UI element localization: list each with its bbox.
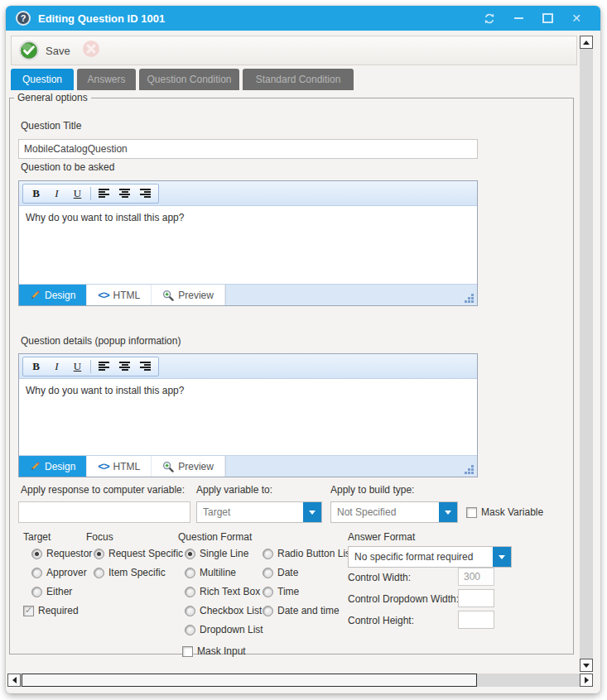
minimize-button[interactable] [513, 12, 524, 24]
radio-label: Time [277, 586, 299, 597]
dropdown-arrow-button[interactable] [303, 502, 321, 522]
radio-rich-text-box[interactable]: Rich Text Box [185, 586, 260, 597]
tab-strip: Question Answers Question Condition Stan… [11, 69, 582, 90]
scroll-left-button[interactable] [7, 674, 21, 687]
apply-response-input[interactable] [18, 501, 190, 523]
radio-icon [185, 568, 195, 578]
preview-tab[interactable]: Preview [152, 285, 225, 305]
question-title-input[interactable] [18, 139, 478, 159]
control-height-input[interactable] [458, 611, 494, 629]
tab-question-condition[interactable]: Question Condition [139, 69, 239, 90]
question-editor-label: Question to be asked [21, 161, 114, 173]
radio-requestor[interactable]: Requestor [31, 548, 92, 559]
radio-label: Date and time [277, 605, 340, 616]
radio-date[interactable]: Date [263, 567, 298, 578]
vertical-scrollbar[interactable] [580, 36, 593, 672]
editor-content[interactable]: Why do you want to install this app? [19, 206, 477, 284]
radio-either[interactable]: Either [31, 586, 72, 597]
titlebar[interactable]: ? Editing Question ID 1001 ✕ [6, 6, 600, 31]
html-tab[interactable]: <> HTML [87, 285, 152, 305]
preview-tab[interactable]: Preview [152, 456, 225, 477]
dropdown-arrow-button[interactable] [493, 547, 511, 567]
refresh-icon[interactable] [484, 12, 495, 24]
radio-icon [94, 549, 104, 559]
radio-approver[interactable]: Approver [31, 567, 87, 578]
align-left-button[interactable] [94, 185, 114, 202]
radio-checkbox-list[interactable]: Checkbox List [185, 605, 262, 616]
radio-multiline[interactable]: Multiline [185, 567, 236, 578]
save-check-icon [18, 40, 40, 61]
horizontal-scroll-thumb[interactable] [22, 674, 477, 687]
radio-single-line[interactable]: Single Line [185, 548, 248, 559]
control-height-label: Control Height: [348, 615, 414, 626]
format-button-group: B I U [22, 184, 159, 204]
align-left-button[interactable] [94, 358, 114, 375]
editor-footer: Design <> HTML [19, 284, 477, 305]
apply-variable-dropdown[interactable]: Target [196, 501, 322, 523]
pencil-icon [30, 290, 41, 300]
radio-icon [263, 568, 273, 578]
main-toolbar: Save [11, 36, 577, 65]
radio-label: Either [46, 586, 72, 597]
tab-standard-condition[interactable]: Standard Condition [243, 69, 354, 90]
radio-request-specific[interactable]: Request Specific [94, 548, 183, 559]
delete-button-disabled [82, 40, 100, 61]
apply-build-label: Apply to build type: [330, 484, 414, 496]
design-tab[interactable]: Design [19, 285, 87, 305]
radio-label: Rich Text Box [200, 586, 260, 597]
answer-format-dropdown[interactable]: No specific format required [348, 546, 512, 568]
editor-content[interactable]: Why do you want to install this app? [19, 379, 477, 455]
arrow-left-icon [12, 677, 17, 683]
format-toolbar: B I U [19, 181, 477, 206]
align-left-icon [99, 362, 109, 371]
radio-icon [185, 625, 195, 635]
editor-mode-tabs: Design <> HTML [19, 456, 226, 477]
scroll-right-button[interactable] [580, 674, 593, 687]
resize-grip[interactable] [464, 464, 474, 474]
underline-button[interactable]: U [67, 358, 88, 375]
bold-button[interactable]: B [26, 358, 46, 375]
general-options-group: General options Question Title Question … [9, 92, 574, 654]
align-right-icon [140, 362, 151, 371]
scroll-up-button[interactable] [580, 36, 593, 49]
italic-button[interactable]: I [46, 358, 67, 375]
design-tab[interactable]: Design [19, 456, 87, 477]
radio-time[interactable]: Time [263, 586, 299, 597]
italic-button[interactable]: I [46, 185, 67, 202]
dropdown-value: Not Specified [331, 506, 439, 518]
apply-build-dropdown[interactable]: Not Specified [330, 501, 458, 523]
checkbox-label: Mask Input [197, 645, 246, 657]
radio-radio-button-list[interactable]: Radio Button List [263, 548, 353, 559]
horizontal-scrollbar[interactable] [7, 674, 593, 687]
align-center-icon [119, 189, 130, 198]
align-right-button[interactable] [135, 185, 156, 202]
mask-input-checkbox[interactable]: Mask Input [182, 645, 246, 657]
save-button[interactable]: Save [18, 40, 70, 61]
radio-label: Item Specific [108, 567, 166, 578]
radio-label: Multiline [200, 567, 236, 578]
close-icon: ✕ [571, 12, 581, 24]
underline-button[interactable]: U [67, 185, 88, 202]
align-center-button[interactable] [114, 358, 135, 375]
bold-button[interactable]: B [26, 185, 46, 202]
control-width-input[interactable] [458, 568, 494, 586]
help-icon[interactable]: ? [16, 11, 31, 26]
scroll-down-button[interactable] [580, 659, 593, 672]
radio-dropdown-list[interactable]: Dropdown List [185, 624, 263, 635]
tab-answers[interactable]: Answers [77, 69, 136, 90]
required-checkbox[interactable]: Required [23, 605, 79, 616]
resize-grip[interactable] [464, 293, 474, 303]
mask-variable-checkbox[interactable]: Mask Variable [466, 506, 543, 518]
radio-item-specific[interactable]: Item Specific [94, 567, 166, 578]
dropdown-arrow-button[interactable] [439, 502, 457, 522]
tab-question[interactable]: Question [11, 69, 74, 90]
control-dropdown-width-input[interactable] [458, 589, 494, 607]
question-editor: B I U Why do you want to install this ap… [18, 180, 478, 306]
radio-date-and-time[interactable]: Date and time [263, 605, 340, 616]
maximize-button[interactable] [542, 12, 553, 24]
align-center-button[interactable] [114, 185, 135, 202]
close-button[interactable]: ✕ [571, 12, 582, 24]
align-right-button[interactable] [135, 358, 156, 375]
pencil-icon [30, 461, 41, 472]
html-tab[interactable]: <> HTML [87, 456, 152, 477]
